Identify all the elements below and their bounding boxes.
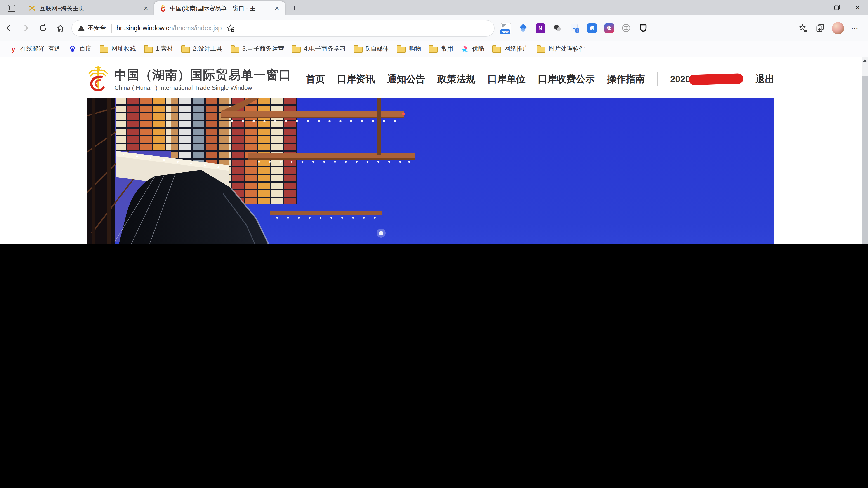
bookmark-folder[interactable]: 网络推广: [489, 43, 533, 55]
youku-icon: YOUKU: [461, 45, 469, 53]
home-button[interactable]: [53, 20, 68, 36]
not-secure-label: 不安全: [88, 24, 106, 32]
site-content: 中国（湖南）国际贸易单一窗口 China ( Hunan ) Internati…: [87, 57, 774, 244]
extension-gou-icon[interactable]: 购: [585, 21, 599, 35]
back-button[interactable]: [1, 20, 16, 36]
folder-icon: [537, 46, 546, 53]
baidu-paw-icon: [68, 45, 76, 53]
bookmark-folder[interactable]: 网址收藏: [96, 43, 140, 55]
url-path: /hncms/index.jsp: [173, 24, 222, 32]
browser-tab-strip: 互联网+海关主页 ✕ 中国(湖南)国际贸易单一窗口 - 主 ✕ ＋ — ✕: [0, 0, 868, 15]
extension-bank-icon[interactable]: [619, 21, 633, 35]
favorite-star-icon[interactable]: [223, 21, 238, 35]
bookmark-folder[interactable]: 3.电子商务运营: [226, 43, 288, 55]
svg-text:!: !: [577, 28, 578, 32]
nav-guide[interactable]: 操作指南: [607, 73, 645, 86]
url-text[interactable]: hn.singlewindow.cn/hncms/index.jsp: [116, 24, 222, 32]
toolbar-right-cluster: ⋯: [789, 21, 868, 35]
nav-home[interactable]: 首页: [306, 73, 325, 86]
site-subtitle: China ( Hunan ) International Trade Sing…: [114, 85, 291, 91]
extension-thunder-icon[interactable]: !: [567, 21, 582, 35]
bookmark-youku[interactable]: YOUKU优酷: [457, 43, 489, 55]
folder-icon: [230, 46, 239, 53]
profile-avatar[interactable]: [831, 21, 845, 35]
nav-notices[interactable]: 通知公告: [387, 73, 425, 86]
window-controls: — ✕: [806, 0, 868, 15]
bookmark-baidu[interactable]: 百度: [64, 43, 96, 55]
folder-icon: [354, 46, 362, 53]
folder-icon: [100, 46, 108, 53]
bookmark-folder[interactable]: 2.设计工具: [177, 43, 227, 55]
folder-icon: [181, 46, 190, 53]
bookmark-folder[interactable]: 1.素材: [140, 43, 177, 55]
divider: [792, 24, 792, 33]
minimize-button[interactable]: —: [806, 0, 827, 15]
browser-toolbar: ! 不安全 hn.singlewindow.cn/hncms/index.jsp…: [0, 15, 868, 41]
single-window-favicon: [159, 4, 166, 12]
site-logo-text: 中国（湖南）国际贸易单一窗口 China ( Hunan ) Internati…: [114, 67, 291, 91]
extension-blob-icon[interactable]: [636, 21, 651, 35]
folder-icon: [292, 46, 301, 53]
divider: [21, 4, 21, 12]
folder-icon: [429, 46, 438, 53]
nav-port-news[interactable]: 口岸资讯: [337, 73, 375, 86]
logged-in-user: 2020: [670, 74, 743, 84]
site-title: 中国（湖南）国际贸易单一窗口: [114, 67, 291, 83]
avatar: [832, 22, 844, 34]
nav-port-fees[interactable]: 口岸收费公示: [538, 73, 595, 86]
site-security[interactable]: ! 不安全: [78, 24, 106, 32]
vertical-tabs-button[interactable]: [4, 2, 18, 14]
extension-spheres-icon[interactable]: [550, 21, 565, 35]
site-nav: 首页 口岸资讯 通知公告 政策法规 口岸单位 口岸收费公示 操作指南 2020 …: [306, 72, 774, 86]
new-tab-button[interactable]: ＋: [288, 1, 301, 14]
tab-close-icon[interactable]: ✕: [273, 4, 281, 12]
bookmark-folder[interactable]: 图片处理软件: [533, 43, 589, 55]
folder-icon: [493, 46, 501, 53]
scrollbar-thumb[interactable]: [862, 76, 868, 244]
page-scrollbar[interactable]: [862, 57, 868, 244]
site-header: 中国（湖南）国际贸易单一窗口 China ( Hunan ) Internati…: [87, 64, 774, 94]
browser-tab-2-active[interactable]: 中国(湖南)国际贸易单一窗口 - 主 ✕: [154, 1, 285, 15]
restore-button[interactable]: [827, 0, 847, 15]
tab-title: 中国(湖南)国际贸易单一窗口 - 主: [170, 4, 273, 12]
bookmark-folder[interactable]: 常用: [425, 43, 457, 55]
nav-port-units[interactable]: 口岸单位: [488, 73, 526, 86]
divider: [657, 72, 658, 86]
vertical-tabs-icon: [7, 5, 15, 11]
favorites-hub-icon[interactable]: [796, 21, 811, 35]
settings-more-icon[interactable]: ⋯: [848, 21, 862, 35]
tab-title: 互联网+海关主页: [40, 4, 142, 12]
youdao-icon: y: [9, 45, 17, 53]
browser-tab-1[interactable]: 互联网+海关主页 ✕: [24, 1, 154, 15]
forward-button[interactable]: [18, 20, 33, 36]
customs-home-favicon: [29, 4, 36, 12]
extension-new-icon[interactable]: New: [499, 21, 513, 35]
scroll-up-arrow[interactable]: [863, 59, 867, 62]
bookmark-folder[interactable]: 4.电子商务学习: [288, 43, 350, 55]
web-page: 中国（湖南）国际贸易单一窗口 China ( Hunan ) Internati…: [0, 57, 868, 244]
not-secure-warning-icon: !: [78, 25, 85, 31]
collections-icon[interactable]: [813, 21, 828, 35]
logout-link[interactable]: 退出: [755, 73, 774, 86]
bookmarks-bar: y在线翻译_有道 百度 网址收藏 1.素材 2.设计工具 3.电子商务运营 4.…: [0, 41, 868, 57]
extension-diamond-icon[interactable]: [516, 21, 530, 35]
tab-close-icon[interactable]: ✕: [142, 4, 150, 12]
nav-policies[interactable]: 政策法规: [437, 73, 475, 86]
extension-onenote-icon[interactable]: N: [533, 21, 548, 35]
folder-icon: [397, 46, 406, 53]
divider: [111, 24, 112, 32]
close-window-button[interactable]: ✕: [847, 0, 868, 15]
redaction-mark: [689, 73, 743, 85]
folder-icon: [144, 46, 153, 53]
bookmark-youdao[interactable]: y在线翻译_有道: [5, 43, 64, 55]
extension-wangwang-icon[interactable]: 旺: [602, 21, 616, 35]
bookmark-folder[interactable]: 5.自媒体: [350, 43, 393, 55]
hero-banner-port-photo[interactable]: [87, 98, 774, 244]
refresh-button[interactable]: [35, 20, 51, 36]
address-bar[interactable]: ! 不安全 hn.singlewindow.cn/hncms/index.jsp: [71, 20, 495, 36]
screen: 互联网+海关主页 ✕ 中国(湖南)国际贸易单一窗口 - 主 ✕ ＋ — ✕: [0, 0, 868, 244]
bookmark-folder[interactable]: 购物: [393, 43, 425, 55]
site-logo-emblem: [87, 64, 109, 94]
svg-text:YOUKU: YOUKU: [462, 51, 468, 53]
